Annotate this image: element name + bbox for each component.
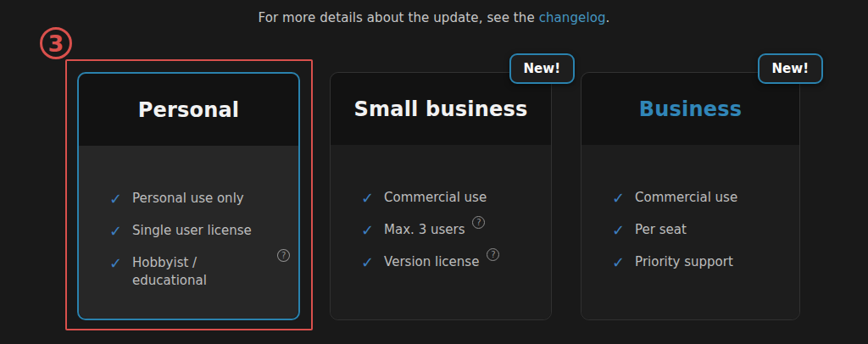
feature-item: ✓ Max. 3 users ? <box>361 221 542 239</box>
feature-label: Per seat <box>635 221 687 239</box>
pricing-card-personal-inner: Personal ✓ Personal use only ✓ Single us… <box>79 74 298 319</box>
check-icon: ✓ <box>612 221 625 239</box>
update-note: For more details about the update, see t… <box>0 10 868 25</box>
help-icon[interactable]: ? <box>277 249 290 262</box>
feature-item: ✓ Hobbyist / educational ? <box>109 254 290 290</box>
update-note-suffix: . <box>606 10 610 25</box>
check-icon: ✓ <box>612 253 625 271</box>
new-badge: New! <box>758 53 823 84</box>
update-note-prefix: For more details about the update, see t… <box>259 10 539 25</box>
check-icon: ✓ <box>361 221 374 239</box>
pricing-card-personal-title: Personal <box>138 98 240 122</box>
help-icon[interactable]: ? <box>487 248 499 261</box>
feature-item: ✓ Personal use only <box>109 190 290 208</box>
check-icon: ✓ <box>361 189 374 207</box>
feature-item: ✓ Single user license <box>109 222 290 240</box>
pricing-card-small-business[interactable]: New! Small business ✓ Commercial use ✓ M… <box>330 72 552 320</box>
pricing-card-small-business-title: Small business <box>354 97 528 121</box>
feature-item: ✓ Commercial use <box>361 189 542 207</box>
changelog-link[interactable]: changelog <box>539 10 606 25</box>
check-icon: ✓ <box>109 222 122 240</box>
check-icon: ✓ <box>612 189 625 207</box>
feature-label: Single user license <box>132 222 252 240</box>
feature-item: ✓ Version license ? <box>361 253 542 271</box>
annotation-step-number-text: 3 <box>48 32 64 55</box>
feature-label: Version license <box>384 253 479 271</box>
help-icon[interactable]: ? <box>472 216 485 229</box>
pricing-card-business-title: Business <box>639 97 742 121</box>
annotation-step-number: 3 <box>40 27 72 59</box>
pricing-card-business-features: ✓ Commercial use ✓ Per seat ✓ Priority s… <box>581 145 799 319</box>
feature-label: Priority support <box>635 253 733 271</box>
check-icon: ✓ <box>361 253 374 271</box>
new-badge: New! <box>509 53 575 84</box>
pricing-card-business-inner: Business ✓ Commercial use ✓ Per seat ✓ P… <box>581 73 799 319</box>
pricing-card-business[interactable]: New! Business ✓ Commercial use ✓ Per sea… <box>581 72 800 320</box>
pricing-card-personal-features: ✓ Personal use only ✓ Single user licens… <box>79 146 298 319</box>
check-icon: ✓ <box>109 190 122 208</box>
feature-item: ✓ Commercial use <box>612 189 791 207</box>
feature-label: Hobbyist / educational <box>132 254 270 290</box>
feature-item: ✓ Priority support <box>612 253 791 271</box>
pricing-card-personal[interactable]: Personal ✓ Personal use only ✓ Single us… <box>77 72 300 320</box>
pricing-card-personal-header: Personal <box>79 74 298 146</box>
feature-label: Commercial use <box>384 189 487 207</box>
check-icon: ✓ <box>109 254 122 272</box>
pricing-card-small-business-features: ✓ Commercial use ✓ Max. 3 users ? ✓ Vers… <box>331 145 551 319</box>
pricing-card-small-business-inner: Small business ✓ Commercial use ✓ Max. 3… <box>331 73 551 319</box>
feature-label: Commercial use <box>635 189 737 207</box>
feature-label: Max. 3 users <box>384 221 465 239</box>
feature-label: Personal use only <box>132 190 244 208</box>
feature-item: ✓ Per seat <box>612 221 791 239</box>
